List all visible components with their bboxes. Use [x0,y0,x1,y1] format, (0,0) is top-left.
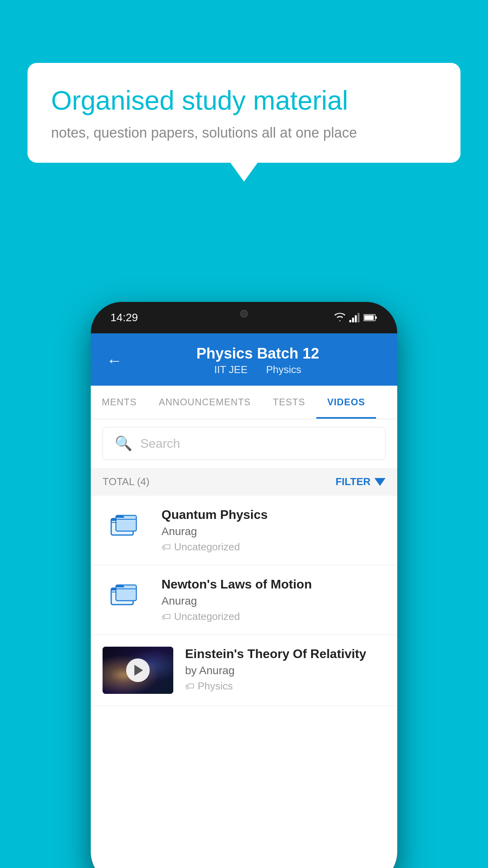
tag-icon: 🏷 [161,611,171,622]
tab-videos[interactable]: VIDEOS [316,386,376,419]
front-camera [240,310,248,318]
folder-icon-quantum [103,508,150,543]
tag-icon: 🏷 [161,542,171,553]
svg-rect-5 [375,316,377,319]
list-item[interactable]: Einstein's Theory Of Relativity by Anura… [91,635,397,706]
phone-frame: 14:29 [91,302,397,868]
status-time: 14:29 [110,311,138,324]
video-author: by Anurag [185,664,385,677]
notch [205,302,283,326]
video-thumbnail-einstein [103,647,173,694]
list-item[interactable]: Newton's Laws of Motion Anurag 🏷 Uncateg… [91,565,397,635]
status-bar: 14:29 [91,302,397,333]
header-subtitle-part2: Physics [266,364,301,375]
header-subtitle: IIT JEE Physics [134,364,382,376]
search-bar[interactable]: 🔍 Search [103,427,385,460]
svg-rect-1 [352,318,354,322]
signal-icon [349,313,360,322]
video-author: Anurag [161,525,385,538]
header-title: Physics Batch 12 [134,345,382,362]
search-placeholder: Search [140,436,180,451]
tab-tests[interactable]: TESTS [262,386,316,419]
svg-rect-6 [364,315,374,320]
back-button[interactable]: ← [106,352,122,370]
filter-bar: TOTAL (4) FILTER [91,468,397,496]
phone-container: 14:29 [91,302,397,868]
header-subtitle-part1: IIT JEE [214,364,248,375]
filter-button[interactable]: FILTER [336,476,385,488]
phone-screen: ← Physics Batch 12 IIT JEE Physics MENTS… [91,333,397,868]
tag-icon: 🏷 [185,681,194,692]
bubble-title: Organised study material [51,85,437,117]
video-tag: 🏷 Uncategorized [161,611,385,623]
search-icon: 🔍 [115,435,132,452]
video-item-info: Quantum Physics Anurag 🏷 Uncategorized [161,508,385,553]
filter-funnel-icon [374,478,385,486]
svg-rect-2 [355,315,357,322]
app-header: ← Physics Batch 12 IIT JEE Physics [91,333,397,386]
video-author: Anurag [161,595,385,607]
video-tag: 🏷 Physics [185,680,385,692]
wifi-icon [334,313,346,322]
header-title-section: Physics Batch 12 IIT JEE Physics [134,345,382,376]
video-title: Quantum Physics [161,508,385,522]
list-item[interactable]: Quantum Physics Anurag 🏷 Uncategorized [91,496,397,565]
video-list: Quantum Physics Anurag 🏷 Uncategorized [91,496,397,706]
status-icons [334,313,378,322]
battery-icon [363,314,378,322]
play-triangle [134,665,143,676]
tabs-container: MENTS ANNOUNCEMENTS TESTS VIDEOS [91,386,397,419]
play-button-icon[interactable] [126,658,150,682]
speech-bubble-container: Organised study material notes, question… [28,63,460,163]
tab-ments[interactable]: MENTS [91,386,148,419]
speech-bubble: Organised study material notes, question… [28,63,460,163]
bubble-subtitle: notes, question papers, solutions all at… [51,125,437,141]
video-item-info: Einstein's Theory Of Relativity by Anura… [185,647,385,692]
total-count: TOTAL (4) [103,476,149,488]
svg-rect-0 [349,320,351,322]
video-tag: 🏷 Uncategorized [161,541,385,553]
svg-rect-3 [358,313,360,322]
video-title: Einstein's Theory Of Relativity [185,647,385,661]
video-title: Newton's Laws of Motion [161,577,385,592]
tab-announcements[interactable]: ANNOUNCEMENTS [148,386,262,419]
folder-icon-newton [103,577,150,612]
video-item-info: Newton's Laws of Motion Anurag 🏷 Uncateg… [161,577,385,623]
search-container: 🔍 Search [91,419,397,468]
